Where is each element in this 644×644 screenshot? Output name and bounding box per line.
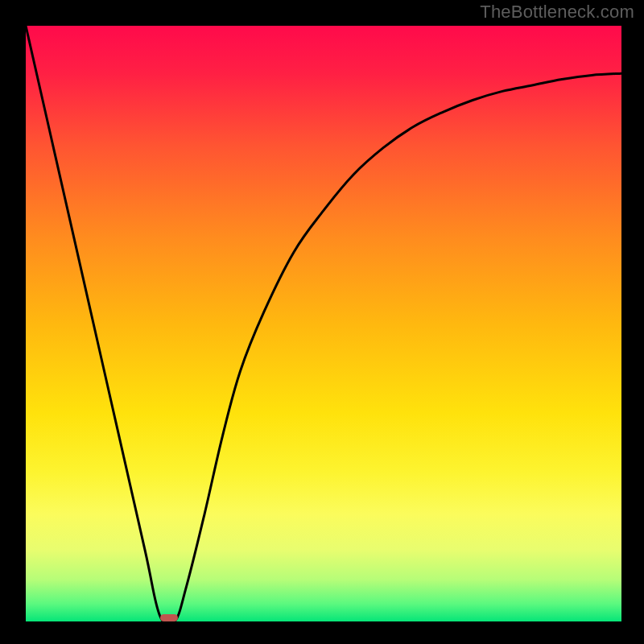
chart-curve — [26, 26, 621, 621]
plot-area — [26, 26, 621, 621]
watermark-text: TheBottleneck.com — [480, 2, 634, 23]
chart-frame: TheBottleneck.com — [0, 0, 644, 644]
minimum-marker — [160, 614, 178, 621]
